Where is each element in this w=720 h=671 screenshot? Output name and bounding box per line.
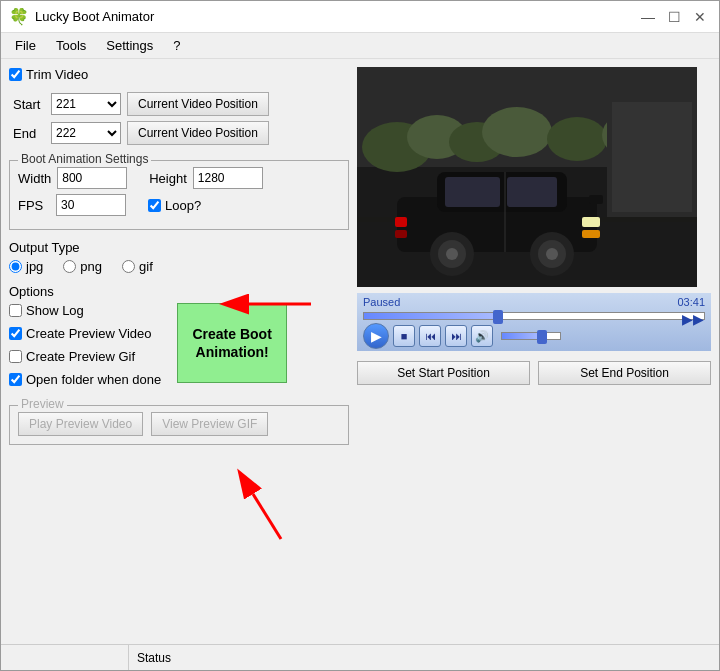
animation-settings-group: Boot Animation Settings Width Height FPS…: [9, 160, 349, 230]
create-preview-gif-row[interactable]: Create Preview Gif: [9, 349, 161, 364]
show-log-checkbox[interactable]: [9, 304, 22, 317]
view-preview-gif-button[interactable]: View Preview GIF: [151, 412, 268, 436]
play-button[interactable]: ▶: [363, 323, 389, 349]
fps-label: FPS: [18, 198, 50, 213]
maximize-button[interactable]: ☐: [663, 6, 685, 28]
width-label: Width: [18, 171, 51, 186]
progress-end-marker: ▶▶: [682, 311, 704, 327]
app-window: 🍀 Lucky Boot Animator — ☐ ✕ File Tools S…: [0, 0, 720, 671]
preview-buttons: Play Preview Video View Preview GIF: [18, 412, 340, 436]
radio-png-label: png: [80, 259, 102, 274]
vc-buttons-row: ▶ ■ ⏮ ⏭ 🔊: [363, 323, 705, 349]
fps-input[interactable]: [56, 194, 126, 216]
video-progress-bar[interactable]: ▶▶: [363, 312, 705, 320]
radio-jpg[interactable]: jpg: [9, 259, 43, 274]
options-section: Options Show Log Create Preview Video: [9, 284, 349, 391]
trim-video-checkbox[interactable]: [9, 68, 22, 81]
volume-thumb: [537, 330, 547, 344]
svg-rect-16: [507, 177, 557, 207]
stop-button[interactable]: ■: [393, 325, 415, 347]
radio-gif-label: gif: [139, 259, 153, 274]
set-start-position-button[interactable]: Set Start Position: [357, 361, 530, 385]
options-area: Show Log Create Preview Video Create Pre…: [9, 303, 349, 391]
show-log-label: Show Log: [26, 303, 84, 318]
status-progress-area: [9, 645, 129, 670]
minimize-button[interactable]: —: [637, 6, 659, 28]
show-log-row[interactable]: Show Log: [9, 303, 161, 318]
menu-help[interactable]: ?: [163, 36, 190, 55]
options-label: Options: [9, 284, 349, 299]
create-preview-video-checkbox[interactable]: [9, 327, 22, 340]
radio-gif-input[interactable]: [122, 260, 135, 273]
height-input[interactable]: [193, 167, 263, 189]
open-folder-row[interactable]: Open folder when done: [9, 372, 161, 387]
preview-section: Preview Play Preview Video View Preview …: [9, 405, 349, 445]
output-type-radios: jpg png gif: [9, 259, 349, 274]
preview-group-label: Preview: [18, 397, 67, 411]
svg-rect-28: [589, 195, 603, 204]
next-button[interactable]: ⏭: [445, 325, 467, 347]
end-row: End 222 Current Video Position: [13, 121, 349, 145]
start-select[interactable]: 221: [51, 93, 121, 115]
width-height-row: Width Height: [18, 167, 340, 189]
radio-png-input[interactable]: [63, 260, 76, 273]
status-text: Status: [129, 651, 171, 665]
status-time-row: Paused 03:41: [363, 295, 705, 309]
play-preview-video-button[interactable]: Play Preview Video: [18, 412, 143, 436]
radio-jpg-label: jpg: [26, 259, 43, 274]
svg-point-27: [546, 248, 558, 260]
svg-rect-20: [395, 217, 407, 227]
options-checkboxes: Show Log Create Preview Video Create Pre…: [9, 303, 161, 391]
trim-controls: Start 221 Current Video Position End 222…: [13, 92, 349, 150]
window-title: Lucky Boot Animator: [35, 9, 154, 24]
close-button[interactable]: ✕: [689, 6, 711, 28]
radio-png[interactable]: png: [63, 259, 102, 274]
svg-point-24: [446, 248, 458, 260]
prev-button[interactable]: ⏮: [419, 325, 441, 347]
trim-video-row: Trim Video: [9, 67, 349, 82]
svg-rect-18: [582, 217, 600, 227]
svg-rect-21: [395, 230, 407, 238]
loop-label: Loop?: [165, 198, 201, 213]
svg-rect-10: [612, 102, 692, 212]
animation-settings-label: Boot Animation Settings: [18, 152, 151, 166]
create-btn-area: Create BootAnimation!: [177, 303, 287, 391]
create-animation-button[interactable]: Create BootAnimation!: [177, 303, 287, 383]
loop-checkbox[interactable]: [148, 199, 161, 212]
svg-point-6: [547, 117, 607, 161]
output-type-label: Output Type: [9, 240, 349, 255]
menu-settings[interactable]: Settings: [96, 36, 163, 55]
left-panel: Trim Video Start 221 Current Video Posit…: [9, 67, 349, 636]
menu-tools[interactable]: Tools: [46, 36, 96, 55]
menu-file[interactable]: File: [5, 36, 46, 55]
video-display: [357, 67, 697, 287]
video-progress-fill: [364, 313, 500, 319]
svg-rect-19: [582, 230, 600, 238]
end-select[interactable]: 222: [51, 122, 121, 144]
set-position-buttons: Set Start Position Set End Position: [357, 361, 711, 385]
width-input[interactable]: [57, 167, 127, 189]
status-bar: Status: [1, 644, 719, 670]
end-label: End: [13, 126, 45, 141]
output-type-section: Output Type jpg png gif: [9, 240, 349, 274]
radio-jpg-input[interactable]: [9, 260, 22, 273]
end-current-position-button[interactable]: Current Video Position: [127, 121, 269, 145]
start-label: Start: [13, 97, 45, 112]
radio-gif[interactable]: gif: [122, 259, 153, 274]
create-preview-video-row[interactable]: Create Preview Video: [9, 326, 161, 341]
set-end-position-button[interactable]: Set End Position: [538, 361, 711, 385]
start-row: Start 221 Current Video Position: [13, 92, 349, 116]
volume-bar[interactable]: [501, 332, 561, 340]
create-preview-gif-checkbox[interactable]: [9, 350, 22, 363]
height-label: Height: [149, 171, 187, 186]
volume-button[interactable]: 🔊: [471, 325, 493, 347]
open-folder-checkbox[interactable]: [9, 373, 22, 386]
fps-loop-row: FPS Loop?: [18, 194, 340, 216]
create-preview-gif-label: Create Preview Gif: [26, 349, 135, 364]
title-bar: 🍀 Lucky Boot Animator — ☐ ✕: [1, 1, 719, 33]
main-content: Trim Video Start 221 Current Video Posit…: [1, 59, 719, 644]
svg-rect-15: [445, 177, 500, 207]
app-icon: 🍀: [9, 7, 29, 26]
start-current-position-button[interactable]: Current Video Position: [127, 92, 269, 116]
menu-bar: File Tools Settings ?: [1, 33, 719, 59]
